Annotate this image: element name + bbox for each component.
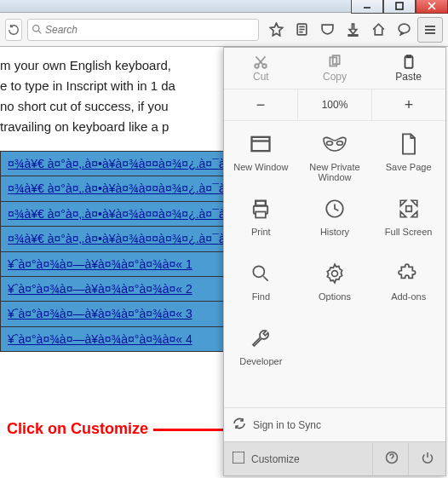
- content-link[interactable]: ¥ˆà¤°à¤¾à¤—à¥à¤¾à¤°à¤¾à¤« 3: [8, 307, 192, 320]
- content-link[interactable]: ¥ˆà¤°à¤¾à¤—à¥à¤¾à¤°à¤¾à¤« 1: [8, 257, 192, 271]
- annotation-callout: Click on Customize: [7, 417, 247, 441]
- window-close-button[interactable]: [416, 0, 448, 14]
- new-private-window-button[interactable]: New Private Window: [298, 124, 372, 189]
- find-button[interactable]: Find: [224, 254, 298, 319]
- full-screen-button[interactable]: Full Screen: [371, 189, 445, 254]
- fullscreen-icon: [398, 196, 420, 222]
- cut-label: Cut: [253, 71, 269, 83]
- window-icon: [249, 131, 273, 157]
- grid-label: New Private Window: [300, 162, 370, 182]
- zoom-row: − 100% +: [224, 89, 445, 121]
- home-icon[interactable]: [366, 18, 390, 42]
- grid-label: History: [320, 227, 349, 237]
- svg-rect-3: [348, 35, 358, 37]
- minus-icon: −: [256, 96, 266, 114]
- browser-toolbar: [0, 13, 448, 47]
- help-icon: [385, 451, 399, 467]
- downloads-icon[interactable]: [341, 18, 365, 42]
- grid-label: Full Screen: [385, 227, 433, 237]
- grid-label: Developer: [239, 356, 282, 366]
- options-button[interactable]: Options: [298, 254, 372, 319]
- copy-icon: [327, 54, 342, 71]
- history-button[interactable]: History: [298, 189, 372, 254]
- hamburger-menu-panel: Cut Copy Paste − 100% + New Window New P…: [223, 47, 446, 476]
- window-titlebar: [0, 0, 448, 13]
- zoom-out-button[interactable]: −: [224, 89, 297, 120]
- window-maximize-button[interactable]: [383, 0, 416, 14]
- grid-label: Save Page: [386, 162, 432, 172]
- clock-icon: [324, 196, 346, 222]
- reload-button[interactable]: [5, 19, 22, 41]
- sign-in-label: Sign in to Sync: [253, 419, 321, 431]
- sync-icon: [233, 417, 246, 433]
- cut-button: Cut: [224, 48, 298, 89]
- svg-rect-9: [405, 56, 412, 68]
- new-window-button[interactable]: New Window: [224, 124, 298, 189]
- menu-button[interactable]: [417, 17, 443, 43]
- paste-icon: [401, 54, 416, 71]
- developer-button[interactable]: Developer: [224, 319, 298, 383]
- grid-label: New Window: [233, 162, 288, 172]
- print-button[interactable]: Print: [224, 189, 298, 254]
- chat-icon[interactable]: [392, 18, 416, 42]
- clipboard-row: Cut Copy Paste: [224, 48, 445, 89]
- svg-point-13: [336, 141, 342, 146]
- grid-label: Find: [252, 291, 270, 302]
- bookmark-star-icon[interactable]: [264, 18, 288, 42]
- customize-label: Customize: [251, 453, 300, 465]
- magnifier-icon: [250, 261, 272, 286]
- svg-point-19: [254, 266, 265, 277]
- svg-point-4: [399, 24, 410, 33]
- power-icon: [421, 451, 434, 467]
- content-link[interactable]: ¥ˆà¤°à¤¾à¤—à¥à¤¾à¤°à¤¾à¤« 2: [8, 282, 192, 296]
- mask-icon: [322, 131, 347, 157]
- svg-point-6: [263, 64, 267, 68]
- window-minimize-button[interactable]: [351, 0, 383, 14]
- svg-point-20: [332, 271, 338, 277]
- search-box[interactable]: [27, 19, 259, 41]
- customize-row: Customize: [224, 441, 445, 475]
- sign-in-sync-button[interactable]: Sign in to Sync: [224, 407, 445, 441]
- zoom-level-label: 100%: [322, 99, 348, 111]
- addons-button[interactable]: Add-ons: [371, 254, 445, 319]
- annotation-text: Click on Customize: [7, 417, 148, 441]
- plus-icon: +: [405, 96, 414, 114]
- svg-point-5: [256, 64, 260, 68]
- help-button[interactable]: [372, 443, 410, 475]
- svg-rect-16: [256, 212, 266, 218]
- gear-icon: [324, 261, 346, 286]
- svg-rect-18: [405, 206, 411, 212]
- quit-button[interactable]: [408, 443, 445, 475]
- printer-icon: [249, 196, 273, 222]
- file-icon: [399, 131, 419, 157]
- grid-label: Add-ons: [391, 291, 426, 302]
- puzzle-icon: [398, 261, 420, 286]
- svg-point-1: [32, 26, 38, 32]
- wrench-icon: [250, 325, 272, 351]
- svg-rect-15: [256, 201, 266, 206]
- save-page-button[interactable]: Save Page: [371, 124, 445, 189]
- customize-plus-icon: [233, 452, 244, 466]
- svg-rect-0: [396, 3, 403, 9]
- zoom-level[interactable]: 100%: [297, 89, 372, 120]
- copy-button: Copy: [298, 48, 372, 89]
- grid-label: Options: [319, 291, 351, 302]
- reading-list-icon[interactable]: [290, 18, 313, 42]
- menu-grid: New Window New Private Window Save Page …: [224, 121, 445, 387]
- paste-label: Paste: [395, 71, 422, 83]
- paste-button[interactable]: Paste: [371, 48, 445, 89]
- scissors-icon: [253, 54, 268, 71]
- grid-label: Print: [251, 227, 271, 237]
- svg-rect-11: [252, 137, 270, 151]
- zoom-in-button[interactable]: +: [372, 89, 445, 120]
- copy-label: Copy: [323, 71, 347, 83]
- content-link[interactable]: ¥ˆà¤°à¤¾à¤—à¥à¤¾à¤°à¤¾à¤« 4: [8, 332, 192, 346]
- svg-point-12: [326, 141, 332, 146]
- pocket-icon[interactable]: [315, 18, 339, 42]
- customize-button[interactable]: Customize: [233, 452, 300, 466]
- search-icon: [28, 24, 45, 35]
- search-input[interactable]: [45, 24, 258, 36]
